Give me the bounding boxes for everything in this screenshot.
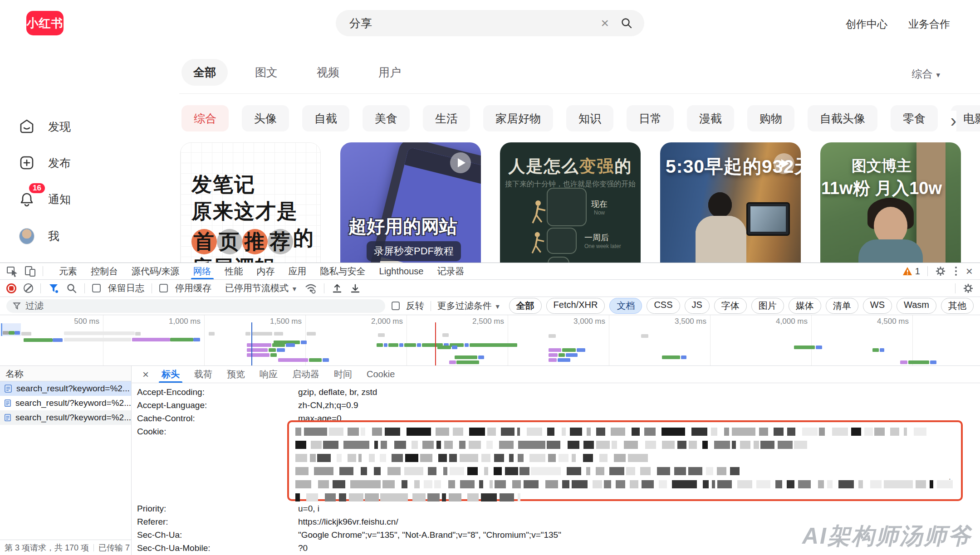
category-pill-头像[interactable]: 头像	[242, 105, 289, 131]
clear-network-log-icon[interactable]	[24, 283, 33, 293]
document-icon	[4, 399, 12, 408]
detail-tab-响应[interactable]: 响应	[253, 366, 284, 383]
note-card-3[interactable]: 人是怎么变强的 接下来的十分钟，也许就是你变强的开始 现在Now 一周后One …	[500, 142, 641, 263]
redacted-block	[916, 480, 926, 488]
filter-pill-全部[interactable]: 全部	[509, 298, 542, 314]
redacted-block	[314, 467, 333, 475]
category-pill-知识[interactable]: 知识	[566, 105, 613, 131]
inspect-element-icon[interactable]	[6, 265, 18, 277]
category-pill-综合[interactable]: 综合	[181, 105, 229, 131]
device-toolbar-icon[interactable]	[24, 265, 36, 277]
export-har-icon[interactable]	[350, 283, 361, 294]
category-pill-漫截[interactable]: 漫截	[687, 105, 734, 131]
search-icon[interactable]	[621, 17, 632, 29]
detail-tab-标头[interactable]: 标头	[155, 366, 186, 383]
devtools-tab-元素[interactable]: 元素	[52, 263, 84, 279]
category-pill-自截头像[interactable]: 自截头像	[808, 105, 877, 131]
detail-tab-预览[interactable]: 预览	[220, 366, 251, 383]
devtools-tab-隐私与安全[interactable]: 隐私与安全	[314, 263, 372, 279]
waterfall-bar	[794, 346, 815, 349]
category-pill-零食[interactable]: 零食	[891, 105, 938, 131]
close-devtools-icon[interactable]: ×	[966, 265, 973, 277]
note-card-5[interactable]: 图文博主 11w粉 月入10w	[820, 142, 961, 263]
filter-pill-其他[interactable]: 其他	[941, 298, 974, 314]
invert-filter-checkbox[interactable]	[392, 302, 399, 310]
redacted-block	[427, 493, 440, 501]
redacted-block	[596, 467, 604, 475]
detail-tab-载荷[interactable]: 载荷	[188, 366, 219, 383]
category-pill-日常[interactable]: 日常	[627, 105, 674, 131]
devtools-tab-应用[interactable]: 应用	[282, 263, 314, 279]
import-har-icon[interactable]	[332, 283, 343, 294]
search-input[interactable]: 分享 ×	[336, 10, 644, 36]
search-network-icon[interactable]	[66, 283, 77, 294]
tab-用户[interactable]: 用户	[367, 59, 413, 86]
video-card-4[interactable]: 5:30早起的932天	[660, 142, 801, 263]
header-row: Accept-Language:zh-CN,zh;q=0.9	[137, 399, 980, 412]
category-pill-购物[interactable]: 购物	[747, 105, 794, 131]
record-network-log-icon[interactable]	[6, 283, 16, 293]
request-row[interactable]: search_result/?keyword=%2...	[0, 410, 131, 425]
devtools-tab-网络[interactable]: 网络	[186, 263, 218, 279]
devtools-tab-控制台[interactable]: 控制台	[84, 263, 125, 279]
category-pill-美食[interactable]: 美食	[363, 105, 410, 131]
redacted-block	[481, 493, 497, 501]
devtools-tab-内存[interactable]: 内存	[250, 263, 282, 279]
request-name-column-header[interactable]: 名称	[0, 366, 131, 381]
xiaohongshu-logo[interactable]: 小红书	[26, 11, 64, 35]
devtools-tab-记录器[interactable]: 记录器	[430, 263, 471, 279]
category-pill-家居好物[interactable]: 家居好物	[483, 105, 553, 131]
filter-pill-文档[interactable]: 文档	[609, 298, 642, 314]
creator-center-link[interactable]: 创作中心	[846, 17, 887, 31]
category-pill-生活[interactable]: 生活	[423, 105, 470, 131]
note-card-1[interactable]: 发笔记 原来这才是 首页推荐的 底层逻辑	[180, 142, 321, 263]
filter-pill-媒体[interactable]: 媒体	[789, 298, 821, 314]
detail-tab-Cookie[interactable]: Cookie	[360, 366, 401, 383]
category-pill-自截[interactable]: 自截	[302, 105, 349, 131]
devtools-tab-性能[interactable]: 性能	[218, 263, 250, 279]
tab-视频[interactable]: 视频	[305, 59, 351, 86]
preserve-log-checkbox[interactable]	[92, 284, 101, 292]
business-link[interactable]: 业务合作	[908, 17, 950, 31]
week-box	[547, 228, 577, 254]
redacted-block	[870, 480, 882, 488]
disable-cache-checkbox[interactable]	[159, 284, 168, 292]
video-card-2-subtitle: 录屏秒变PDF教程	[367, 241, 461, 261]
request-row[interactable]: search_result/?keyword=%2...	[0, 396, 131, 410]
detail-tab-时间[interactable]: 时间	[328, 366, 358, 383]
pills-overflow-chevron[interactable]: ›	[937, 111, 956, 131]
search-value[interactable]: 分享	[349, 16, 601, 31]
more-filters-dropdown[interactable]: 更多过滤条件▼	[437, 300, 501, 312]
throttling-dropdown[interactable]: 已停用节流模式▼	[225, 282, 298, 294]
tab-全部[interactable]: 全部	[181, 59, 228, 86]
filter-pill-图片[interactable]: 图片	[751, 298, 784, 314]
filter-pill-JS[interactable]: JS	[685, 298, 710, 314]
waterfall-bar	[132, 338, 170, 341]
sidebar-item-发现[interactable]: 发现	[19, 119, 71, 134]
tab-图文[interactable]: 图文	[243, 59, 289, 86]
filter-pill-字体[interactable]: 字体	[714, 298, 747, 314]
network-filter-input[interactable]: 过滤	[6, 299, 385, 313]
issues-counter[interactable]: 1	[902, 266, 920, 277]
sort-dropdown[interactable]: 综合▾	[911, 67, 940, 81]
close-detail-icon[interactable]: ×	[138, 368, 153, 381]
network-overview-timeline[interactable]: 500 ms1,000 ms1,500 ms2,000 ms2,500 ms3,…	[0, 315, 980, 366]
filter-pill-清单[interactable]: 清单	[826, 298, 858, 314]
request-row[interactable]: search_result?keyword=%2...	[0, 381, 131, 396]
devtools-tab-Lighthouse[interactable]: Lighthouse	[372, 263, 431, 279]
clear-search-icon[interactable]: ×	[601, 15, 609, 31]
devtools-tab-源代码/来源[interactable]: 源代码/来源	[125, 263, 186, 279]
filter-pill-WS[interactable]: WS	[863, 298, 892, 314]
settings-gear-icon[interactable]	[935, 266, 946, 277]
video-card-2[interactable]: 超好用的网站 录屏秒变PDF教程	[340, 142, 481, 263]
filter-pill-Wasm[interactable]: Wasm	[897, 298, 936, 314]
redacted-block	[295, 428, 301, 436]
filter-funnel-icon[interactable]	[48, 283, 59, 294]
waterfall-bar	[323, 358, 329, 362]
network-conditions-icon[interactable]	[305, 283, 317, 294]
network-settings-gear-icon[interactable]	[963, 283, 974, 294]
filter-pill-CSS[interactable]: CSS	[647, 298, 680, 314]
filter-pill-Fetch/XHR[interactable]: Fetch/XHR	[546, 298, 605, 314]
detail-tab-启动器[interactable]: 启动器	[286, 366, 326, 383]
more-options-icon[interactable]	[953, 267, 959, 276]
